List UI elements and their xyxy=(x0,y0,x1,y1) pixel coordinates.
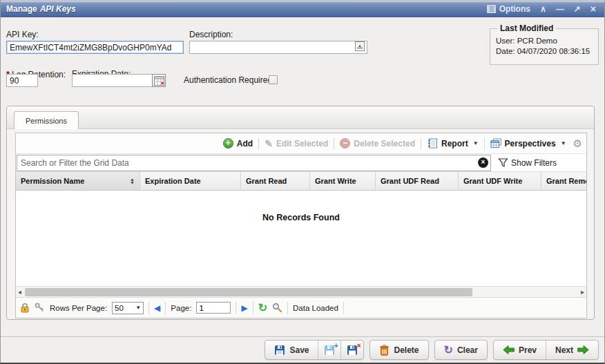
minimize-icon[interactable]: — xyxy=(556,5,564,13)
tab-permissions[interactable]: Permissions xyxy=(14,111,79,129)
edit-selected-button[interactable]: ✎ Edit Selected xyxy=(265,138,328,149)
next-button[interactable]: Next xyxy=(546,341,598,359)
rows-per-page-label: Rows Per Page: xyxy=(50,304,107,312)
bottom-action-bar: Save + × Delete ↻ xyxy=(1,337,604,363)
description-label: Description: xyxy=(189,30,233,39)
last-modified-date: Date: 04/07/2020 08:36:15 xyxy=(496,47,593,55)
lock-icon[interactable] xyxy=(20,303,30,313)
save-and-close-icon: × xyxy=(347,345,358,356)
clear-button-group: ↻ Clear xyxy=(434,340,488,360)
scrollbar-left-arrow[interactable]: ◂ xyxy=(18,288,21,296)
tab-strip: Permissions xyxy=(7,106,594,129)
expiration-date-input[interactable] xyxy=(72,74,153,87)
collapse-icon[interactable]: ∧ xyxy=(540,5,546,13)
api-key-input[interactable] xyxy=(6,41,184,54)
description-expand-icon[interactable]: ▲ xyxy=(355,41,365,51)
auth-required-label: Authentication Required: xyxy=(184,75,274,85)
toolbar-separator xyxy=(484,137,485,150)
column-header-grant-udf-write[interactable]: Grant UDF Write xyxy=(459,172,541,190)
delete-selected-button[interactable]: − Delete Selected xyxy=(340,138,415,149)
clear-button[interactable]: ↻ Clear xyxy=(435,341,487,359)
page-prev-icon[interactable]: ◀ xyxy=(154,303,160,313)
prev-next-button-group: Prev Next xyxy=(493,340,599,360)
refresh-icon[interactable]: ↻ xyxy=(258,303,267,314)
save-button[interactable]: Save xyxy=(265,341,318,359)
footer-separator xyxy=(165,302,166,314)
footer-separator xyxy=(287,302,288,314)
column-header-grant-udf-read[interactable]: Grant UDF Read xyxy=(376,172,459,190)
toolbar-separator xyxy=(334,137,334,150)
options-label: Options xyxy=(499,4,530,14)
next-arrow-icon xyxy=(577,345,589,354)
report-button[interactable]: Report ▼ xyxy=(427,138,479,149)
api-key-label: API Key: xyxy=(6,30,39,39)
empty-message: No Records Found xyxy=(16,213,586,222)
save-and-close-button[interactable]: × xyxy=(340,341,363,359)
perspectives-button[interactable]: Perspectives ▼ xyxy=(490,138,566,149)
grid-footer: Rows Per Page: 50 ▼ ◀ Page: ▶ ↻ Data Loa… xyxy=(16,297,586,318)
chevron-down-icon: ▼ xyxy=(135,305,141,311)
last-modified-fieldset: Last Modified User: PCR Demo Date: 04/07… xyxy=(490,23,599,65)
delete-button[interactable]: Delete xyxy=(370,341,428,359)
save-floppy-icon xyxy=(274,345,285,356)
search-input[interactable] xyxy=(17,155,491,171)
log-retention-input[interactable] xyxy=(6,74,38,87)
prev-button[interactable]: Prev xyxy=(494,341,546,359)
search-magnifier-icon[interactable] xyxy=(272,303,282,313)
auth-required-checkbox[interactable] xyxy=(269,75,278,84)
options-button[interactable]: Options xyxy=(487,4,530,14)
permissions-panel: Permissions + Add ✎ Edit Selected − Dele… xyxy=(6,106,595,320)
page-next-icon[interactable]: ▶ xyxy=(241,303,247,313)
footer-separator xyxy=(148,302,149,314)
column-header-grant-write[interactable]: Grant Write xyxy=(310,172,376,190)
page-input[interactable] xyxy=(196,302,231,314)
column-header-permission-name[interactable]: Permission Name ▲▼ xyxy=(16,172,140,190)
last-modified-user: User: PCR Demo xyxy=(496,37,593,45)
filter-funnel-icon xyxy=(498,157,508,168)
toolbar-separator xyxy=(421,137,421,150)
description-input[interactable] xyxy=(189,41,367,54)
grid-toolbar: + Add ✎ Edit Selected − Delete Selected … xyxy=(16,133,586,154)
footer-separator xyxy=(236,302,236,314)
sort-icon: ▲▼ xyxy=(126,178,135,184)
title-bar[interactable]: ManageAPI Keys Options ∧ — ↗ × xyxy=(1,1,604,17)
wrench-icon[interactable] xyxy=(35,303,45,313)
scrollbar-thumb[interactable] xyxy=(25,288,472,296)
column-header-grant-remove[interactable]: Grant Remove xyxy=(541,172,586,190)
last-modified-legend: Last Modified xyxy=(497,23,556,33)
search-clear-icon[interactable]: × xyxy=(478,157,488,168)
show-filters-button[interactable]: Show Filters xyxy=(498,157,557,168)
calendar-button[interactable] xyxy=(152,74,166,87)
grid-search-row: × Show Filters xyxy=(16,154,586,172)
close-icon[interactable]: × xyxy=(590,5,596,13)
grid-header-row: Permission Name ▲▼ Expiration Date Grant… xyxy=(16,172,586,191)
edit-icon: ✎ xyxy=(265,138,273,149)
calendar-icon xyxy=(154,76,164,86)
window-title-emph: API Keys xyxy=(40,4,76,14)
column-header-expiration-date[interactable]: Expiration Date xyxy=(140,172,241,190)
clear-icon: ↻ xyxy=(444,345,453,356)
chevron-down-icon: ▼ xyxy=(473,140,479,146)
scrollbar-right-arrow[interactable]: ▸ xyxy=(581,288,584,296)
footer-separator xyxy=(343,302,344,314)
gear-icon[interactable]: ⚙ xyxy=(573,137,582,150)
horizontal-scrollbar[interactable]: ◂ ▸ xyxy=(16,286,586,297)
report-icon xyxy=(427,138,438,149)
toolbar-separator xyxy=(258,137,259,150)
prev-arrow-icon xyxy=(503,345,515,354)
add-icon: + xyxy=(223,138,233,149)
save-and-new-icon: + xyxy=(324,345,335,356)
save-and-new-button[interactable]: + xyxy=(318,341,340,359)
manage-api-keys-window: ManageAPI Keys Options ∧ — ↗ × API Key: … xyxy=(0,0,605,364)
rows-per-page-select[interactable]: 50 ▼ xyxy=(112,302,144,314)
popout-icon[interactable]: ↗ xyxy=(574,5,581,13)
window-title: ManageAPI Keys xyxy=(6,4,76,14)
save-button-group: Save + × xyxy=(265,340,364,360)
page-label: Page: xyxy=(171,304,191,312)
footer-separator xyxy=(253,302,253,314)
column-header-grant-read[interactable]: Grant Read xyxy=(241,172,310,190)
options-menu-icon xyxy=(487,5,496,13)
trash-icon xyxy=(379,345,390,356)
add-button[interactable]: + Add xyxy=(223,138,253,149)
delete-button-group: Delete xyxy=(369,340,428,360)
